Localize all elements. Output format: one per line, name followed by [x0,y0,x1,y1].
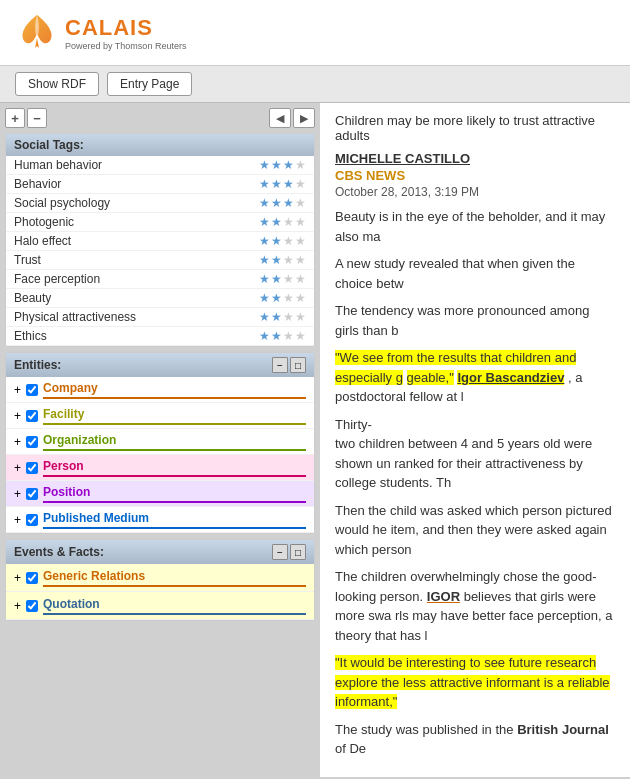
entity-name: Position [43,485,90,499]
event-checkbox[interactable] [26,600,38,612]
star-icon: ★ [295,310,306,324]
entity-checkbox[interactable] [26,488,38,500]
entry-page-button[interactable]: Entry Page [107,72,192,96]
expand-all-button[interactable]: + [5,108,25,128]
tag-name: Face perception [14,272,100,286]
toolbar: Show RDF Entry Page [0,66,630,103]
social-tags-section: Social Tags: Human behavior★★★★Behavior★… [5,133,315,347]
article-para-3: The tendency was more pronounced among g… [335,301,615,340]
entity-row: + Company [6,377,314,403]
entities-header-btns: − □ [272,357,306,373]
article-title: Children may be more likely to trust att… [335,113,615,143]
article-author: MICHELLE CASTILLO [335,151,615,166]
star-icon: ★ [295,272,306,286]
entity-checkbox[interactable] [26,384,38,396]
star-icon: ★ [259,310,270,324]
tag-name: Human behavior [14,158,102,172]
tag-stars: ★★★★ [259,215,306,229]
star-icon: ★ [259,329,270,343]
logo-area: CALAIS Powered by Thomson Reuters [15,10,186,55]
star-icon: ★ [283,196,294,210]
tag-row: Beauty★★★★ [6,289,314,308]
nav-right-button[interactable]: ▶ [293,108,315,128]
entities-expand-btn[interactable]: □ [290,357,306,373]
expand-collapse-btns: + − [5,108,47,128]
entity-checkbox[interactable] [26,436,38,448]
entity-plus[interactable]: + [14,409,21,423]
thirty-text: Thirty- [335,417,372,432]
star-icon: ★ [295,177,306,191]
entities-section: Entities: − □ + Company + Facility + [5,352,315,534]
tag-row: Ethics★★★★ [6,327,314,346]
star-icon: ★ [259,291,270,305]
star-icon: ★ [283,272,294,286]
entities-list: + Company + Facility + Organization + [6,377,314,533]
nav-left-button[interactable]: ◀ [269,108,291,128]
star-icon: ★ [295,196,306,210]
entity-checkbox[interactable] [26,462,38,474]
quote1b-text: geable," [407,370,454,385]
star-icon: ★ [271,310,282,324]
entities-title: Entities: [14,358,61,372]
logo-row: CALAIS Powered by Thomson Reuters [15,10,186,55]
star-icon: ★ [283,215,294,229]
star-icon: ★ [259,196,270,210]
tag-name: Behavior [14,177,61,191]
tag-row: Photogenic★★★★ [6,213,314,232]
events-header-btns: − □ [272,544,306,560]
main-layout: + − ◀ ▶ Social Tags: Human behavior★★★★B… [0,103,630,777]
tag-row: Face perception★★★★ [6,270,314,289]
entity-plus[interactable]: + [14,513,21,527]
event-checkbox[interactable] [26,572,38,584]
header: CALAIS Powered by Thomson Reuters [0,0,630,66]
para7-text: The study was published in the [335,722,514,737]
collapse-all-button[interactable]: − [27,108,47,128]
star-icon: ★ [259,215,270,229]
star-icon: ★ [283,291,294,305]
entity-plus[interactable]: + [14,435,21,449]
logo-sub: Powered by Thomson Reuters [65,41,186,51]
entity-plus[interactable]: + [14,487,21,501]
star-icon: ★ [271,272,282,286]
logo-text: CALAIS [65,15,186,41]
tag-name: Ethics [14,329,47,343]
star-icon: ★ [283,310,294,324]
entity-checkbox[interactable] [26,410,38,422]
entity-name: Person [43,459,84,473]
controls-row: + − ◀ ▶ [5,108,315,128]
entity-plus[interactable]: + [14,461,21,475]
tag-stars: ★★★★ [259,158,306,172]
star-icon: ★ [259,177,270,191]
event-row: + Quotation [6,592,314,620]
tag-row: Behavior★★★★ [6,175,314,194]
event-plus[interactable]: + [14,599,21,613]
para7b-text: of De [335,741,366,756]
entity-name: Organization [43,433,116,447]
events-minus-btn[interactable]: − [272,544,288,560]
article-thirty: Thirty- two children between 4 and 5 yea… [335,415,615,493]
article-date: October 28, 2013, 3:19 PM [335,185,615,199]
tag-name: Photogenic [14,215,74,229]
star-icon: ★ [295,234,306,248]
article-quote-2: "It would be interesting to see future r… [335,653,615,712]
tag-stars: ★★★★ [259,291,306,305]
para6b-text: looking person. [335,589,423,604]
show-rdf-button[interactable]: Show RDF [15,72,99,96]
events-section: Events & Facts: − □ + Generic Relations … [5,539,315,621]
social-tags-title: Social Tags: [14,138,84,152]
entity-name: Facility [43,407,84,421]
tag-name: Physical attractiveness [14,310,136,324]
logo-brand: CALAIS Powered by Thomson Reuters [65,15,186,51]
entity-checkbox[interactable] [26,514,38,526]
tag-row: Halo effect★★★★ [6,232,314,251]
entities-minus-btn[interactable]: − [272,357,288,373]
tag-stars: ★★★★ [259,177,306,191]
events-expand-btn[interactable]: □ [290,544,306,560]
article-para-6: The children overwhelmingly chose the go… [335,567,615,645]
star-icon: ★ [259,158,270,172]
article-para-2: A new study revealed that when given the… [335,254,615,293]
star-icon: ★ [295,158,306,172]
entity-plus[interactable]: + [14,383,21,397]
event-plus[interactable]: + [14,571,21,585]
social-tags-list: Human behavior★★★★Behavior★★★★Social psy… [6,156,314,346]
